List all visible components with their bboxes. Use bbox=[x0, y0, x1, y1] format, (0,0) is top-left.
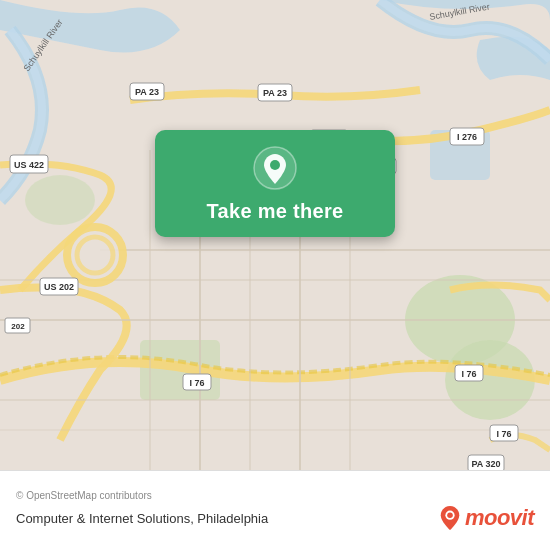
moovit-pin-icon bbox=[439, 505, 461, 531]
svg-point-45 bbox=[270, 160, 280, 170]
svg-text:PA 23: PA 23 bbox=[263, 88, 287, 98]
svg-text:US 202: US 202 bbox=[44, 282, 74, 292]
moovit-wordmark: moovit bbox=[465, 505, 534, 531]
bottom-info-row: Computer & Internet Solutions, Philadelp… bbox=[16, 505, 534, 531]
svg-point-4 bbox=[25, 175, 95, 225]
svg-text:US 422: US 422 bbox=[14, 160, 44, 170]
svg-point-47 bbox=[447, 512, 453, 518]
copyright-text: © OpenStreetMap contributors bbox=[16, 490, 534, 501]
svg-text:I 76: I 76 bbox=[461, 369, 476, 379]
moovit-logo: moovit bbox=[439, 505, 534, 531]
cta-button[interactable]: Take me there bbox=[155, 130, 395, 237]
map-area: Schuylkill River Schuylkill River US 422… bbox=[0, 0, 550, 470]
svg-text:PA 320: PA 320 bbox=[471, 459, 500, 469]
map-pin-icon bbox=[253, 146, 297, 190]
location-text: Computer & Internet Solutions, Philadelp… bbox=[16, 511, 268, 526]
svg-text:I 276: I 276 bbox=[457, 132, 477, 142]
bottom-bar: © OpenStreetMap contributors Computer & … bbox=[0, 470, 550, 550]
svg-text:I 76: I 76 bbox=[189, 378, 204, 388]
svg-text:202: 202 bbox=[11, 322, 25, 331]
cta-label: Take me there bbox=[207, 200, 344, 223]
svg-text:PA 23: PA 23 bbox=[135, 87, 159, 97]
svg-text:I 76: I 76 bbox=[496, 429, 511, 439]
